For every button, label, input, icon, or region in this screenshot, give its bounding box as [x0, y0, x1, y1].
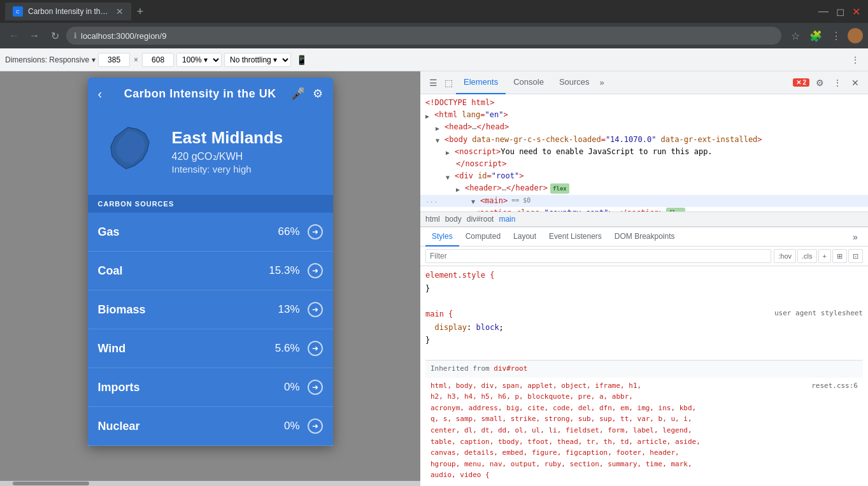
settings-devtools-icon[interactable]: ⚙	[812, 75, 827, 90]
reload-button[interactable]: ↻	[46, 27, 64, 45]
source-item-imports[interactable]: Imports 0% ➜	[88, 368, 333, 407]
expand-root-icon[interactable]: ▼	[446, 173, 453, 180]
add-rule-button[interactable]: +	[818, 249, 831, 263]
code-line-noscript-close: </noscript>	[420, 158, 868, 170]
styles-tab-controls: »	[848, 229, 863, 245]
browser-tab[interactable]: C Carbon Intensity in the UK ✕	[5, 3, 131, 20]
source-item-wind[interactable]: Wind 5.6% ➜	[88, 329, 333, 368]
tab-close-icon[interactable]: ✕	[850, 3, 863, 20]
tab-favicon: C	[13, 6, 23, 17]
forward-button[interactable]: →	[25, 27, 43, 45]
source-name-gas: Gas	[98, 225, 278, 239]
viewport-scrollbar-h[interactable]	[0, 481, 420, 486]
code-area[interactable]: <!DOCTYPE html> ▶ <html lang="en"> ▶ <he…	[420, 94, 868, 211]
expand-noscript-icon[interactable]: ▶	[446, 148, 453, 155]
tab-close-button[interactable]: ✕	[116, 6, 124, 17]
address-bar[interactable]: ℹ localhost:3000/region/9	[66, 27, 781, 45]
expand-header-icon[interactable]: ▶	[456, 185, 464, 192]
css-content: element.style { } main { user agent styl…	[420, 266, 868, 486]
tab-title: Carbon Intensity in the UK	[28, 7, 111, 16]
source-arrow-gas[interactable]: ➜	[308, 224, 323, 239]
new-tab-button[interactable]: +	[131, 3, 149, 20]
element-style-selector: element.style {	[425, 271, 494, 280]
reset-source: reset.css:6	[811, 380, 858, 392]
throttle-select[interactable]: No throttling ▾	[224, 53, 291, 67]
more-icon[interactable]: ⋮	[827, 27, 845, 45]
styles-tab-dom-breakpoints[interactable]: DOM Breakpoints	[608, 227, 681, 247]
main-rule-block: main { user agent stylesheet display: bl…	[425, 308, 863, 347]
microphone-icon[interactable]: 🎤	[291, 87, 305, 101]
extension-icon[interactable]: 🧩	[807, 27, 825, 45]
zoom-select[interactable]: 100% ▾	[176, 53, 222, 67]
profile-avatar[interactable]	[848, 28, 863, 43]
breadcrumb-html[interactable]: html	[425, 215, 440, 224]
devtools-toggle-icon[interactable]: ☰	[425, 75, 441, 90]
source-name-wind: Wind	[98, 342, 275, 355]
source-arrow-coal[interactable]: ➜	[308, 263, 323, 278]
height-input[interactable]	[142, 53, 174, 67]
devtools-bar: Dimensions: Responsive ▾ × 100% ▾ No thr…	[0, 48, 868, 71]
browser-chrome: C Carbon Intensity in the UK ✕ + — ◻ ✕ ←…	[0, 0, 868, 48]
more-filter-button[interactable]: ⊞	[832, 249, 847, 263]
code-line-header: ▶ <header>…</header> flex	[420, 182, 868, 194]
source-arrow-imports[interactable]: ➜	[308, 380, 323, 395]
source-arrow-wind[interactable]: ➜	[308, 341, 323, 356]
styles-tab-computed[interactable]: Computed	[459, 227, 507, 247]
mobile-back-button[interactable]: ‹	[98, 87, 103, 101]
source-arrow-biomass[interactable]: ➜	[308, 302, 323, 317]
breadcrumb-bar: html body div#root main	[420, 211, 868, 227]
breadcrumb-div-root[interactable]: div#root	[467, 215, 494, 224]
layout-toggle-button[interactable]: ⊡	[848, 249, 863, 263]
intensity-label: Intensity: very high	[172, 164, 283, 175]
more-tabs-icon[interactable]: »	[597, 78, 607, 87]
source-pct-biomass: 13%	[278, 303, 299, 316]
main-source-label: user agent stylesheet	[774, 308, 863, 320]
bookmark-icon[interactable]: ☆	[786, 27, 804, 45]
devtools-inspect-icon[interactable]: ⬚	[441, 75, 456, 90]
tab-minimize-icon[interactable]: —	[816, 3, 831, 20]
tab-restore-icon[interactable]: ◻	[834, 3, 847, 20]
expand-head-icon[interactable]: ▶	[436, 124, 443, 131]
source-item-gas[interactable]: Gas 66% ➜	[88, 213, 333, 252]
width-input[interactable]	[98, 53, 130, 67]
pseudo-filter-button[interactable]: :hov	[774, 249, 796, 263]
code-line-main[interactable]: ... ▼ <main> == $0	[420, 195, 868, 207]
more-devtools-icon[interactable]: ⋮	[830, 75, 845, 90]
tab-console[interactable]: Console	[506, 71, 551, 94]
code-line-html: ▶ <html lang="en">	[420, 109, 868, 121]
styles-filter-bar: :hov .cls + ⊞ ⊡	[420, 247, 868, 266]
source-pct-nuclear: 0%	[284, 420, 300, 432]
styles-filter-input[interactable]	[425, 249, 771, 263]
breadcrumb-body[interactable]: body	[445, 215, 462, 224]
more-options-icon[interactable]: ⋮	[848, 52, 863, 68]
tab-sources[interactable]: Sources	[551, 71, 597, 94]
dimensions-dropdown-icon[interactable]: ▾	[92, 55, 96, 64]
styles-more-icon[interactable]: »	[848, 229, 863, 245]
expand-html-icon[interactable]: ▶	[425, 111, 433, 119]
back-button[interactable]: ←	[5, 27, 23, 45]
scrollbar-thumb[interactable]	[13, 482, 89, 485]
styles-tabs: Styles Computed Layout Event Listeners D…	[420, 227, 868, 247]
styles-tab-event-listeners[interactable]: Event Listeners	[543, 227, 608, 247]
source-item-coal[interactable]: Coal 15.3% ➜	[88, 252, 333, 290]
expand-body-icon[interactable]: ▼	[436, 136, 443, 143]
region-name: East Midlands	[172, 128, 283, 148]
expand-main-icon[interactable]: ▼	[471, 197, 479, 204]
styles-tab-styles[interactable]: Styles	[425, 227, 459, 247]
source-item-biomass[interactable]: Biomass 13% ➜	[88, 290, 333, 329]
close-devtools-icon[interactable]: ✕	[848, 75, 863, 90]
settings-icon[interactable]: ⚙	[313, 87, 323, 101]
tab-elements[interactable]: Elements	[456, 71, 506, 94]
device-toolbar-icon[interactable]: 📱	[294, 52, 309, 68]
source-item-nuclear[interactable]: Nuclear 0% ➜	[88, 407, 333, 446]
intensity-value: 420 gCO₂/KWH	[172, 150, 283, 162]
mobile-header: ‹ Carbon Intensity in the UK 🎤 ⚙	[88, 78, 333, 110]
code-line-section-country: ▶ <section class="country-cont">…</secti…	[420, 207, 868, 212]
main-selector: main {	[425, 310, 453, 318]
source-arrow-nuclear[interactable]: ➜	[308, 418, 323, 434]
styles-tab-layout[interactable]: Layout	[507, 227, 543, 247]
main-content: ‹ Carbon Intensity in the UK 🎤 ⚙ Ea	[0, 71, 868, 486]
breadcrumb-main[interactable]: main	[499, 215, 515, 224]
cls-filter-button[interactable]: .cls	[797, 249, 817, 263]
devtools-panel: ☰ ⬚ Elements Console Sources » ✕ 2 ⚙ ⋮ ✕…	[420, 71, 868, 486]
